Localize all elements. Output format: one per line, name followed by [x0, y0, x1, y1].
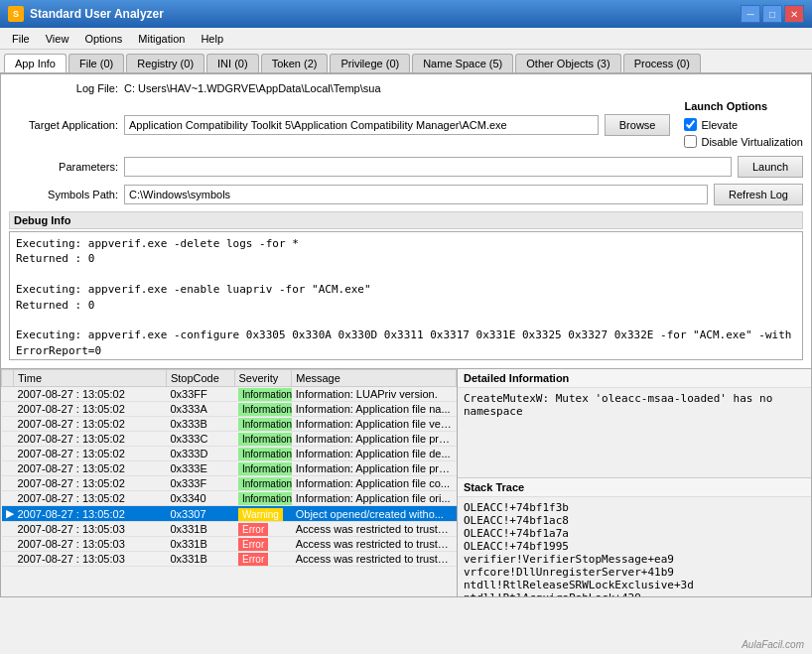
table-row[interactable]: 2007-08-27 : 13:05:030x331BErrorAccess w…: [2, 537, 457, 552]
stack-line: ntdll!RtlAcquirePebLock+429: [464, 591, 805, 596]
severity-badge: Information: [238, 388, 292, 401]
row-message: Access was restricted to truste...: [292, 537, 457, 552]
stack-line: OLEACC!+74bf1995: [464, 540, 805, 553]
row-time: 2007-08-27 : 13:05:02: [14, 387, 167, 402]
disable-virt-row: Disable Virtualization: [684, 135, 803, 148]
row-message: Access was restricted to truste...: [292, 522, 457, 537]
detailed-info-content: CreateMutexW: Mutex 'oleacc-msaa-loaded'…: [458, 388, 811, 477]
table-row[interactable]: 2007-08-27 : 13:05:020x333DInformationIn…: [2, 447, 457, 461]
stack-line: OLEACC!+74bf1a7a: [464, 527, 805, 540]
stack-trace-content[interactable]: OLEACC!+74bf1f3bOLEACC!+74bf1ac8OLEACC!+…: [458, 497, 811, 596]
row-severity: Error: [234, 552, 292, 567]
table-row[interactable]: ▶2007-08-27 : 13:05:020x3307WarningObjec…: [2, 506, 457, 522]
row-indicator: [2, 552, 14, 567]
menu-view[interactable]: View: [38, 31, 77, 47]
row-stopcode: 0x331B: [166, 552, 234, 567]
table-row[interactable]: 2007-08-27 : 13:05:020x333AInformationIn…: [2, 402, 457, 417]
table-row[interactable]: 2007-08-27 : 13:05:020x333CInformationIn…: [2, 432, 457, 447]
menu-help[interactable]: Help: [193, 31, 231, 47]
row-stopcode: 0x3340: [166, 491, 234, 506]
col-stopcode: StopCode: [166, 370, 234, 387]
debug-section: Debug Info Executing: appverif.exe -dele…: [9, 211, 803, 360]
row-indicator: [2, 417, 14, 432]
elevate-checkbox[interactable]: [684, 118, 697, 131]
menu-mitigation[interactable]: Mitigation: [130, 31, 193, 47]
menu-file[interactable]: File: [4, 31, 38, 47]
debug-line-2: Executing: appverif.exe -enable luapriv …: [16, 282, 796, 297]
tab-registry[interactable]: Registry (0): [126, 54, 204, 72]
row-message: Object opened/created witho...: [292, 506, 457, 522]
tab-file[interactable]: File (0): [68, 54, 124, 72]
row-severity: Information: [234, 432, 292, 447]
launch-options-title: Launch Options: [684, 100, 803, 112]
row-stopcode: 0x33FF: [166, 387, 234, 402]
app-window: S Standard User Analyzer ─ □ ✕ File View…: [0, 0, 812, 654]
table-row[interactable]: 2007-08-27 : 13:05:020x333BInformationIn…: [2, 417, 457, 432]
debug-line-3: Returned : 0: [16, 298, 796, 313]
table-wrapper[interactable]: Time StopCode Severity Message 2007-08-2…: [1, 369, 457, 596]
target-app-row: Target Application: Browse Launch Option…: [9, 100, 803, 150]
debug-title: Debug Info: [9, 211, 803, 229]
col-indicator: [2, 370, 14, 387]
row-message: Information: Application file ver...: [292, 417, 457, 432]
target-app-input[interactable]: [124, 115, 599, 135]
tab-namespace[interactable]: Name Space (5): [412, 54, 513, 72]
disable-virt-checkbox[interactable]: [684, 135, 697, 148]
severity-badge: Warning: [238, 508, 283, 521]
table-row[interactable]: 2007-08-27 : 13:05:020x333FInformationIn…: [2, 476, 457, 491]
tab-token[interactable]: Token (2): [261, 54, 329, 72]
refresh-log-button[interactable]: Refresh Log: [714, 184, 803, 205]
table-row[interactable]: 2007-08-27 : 13:05:020x333EInformationIn…: [2, 461, 457, 476]
watermark: AulaFacil.com: [742, 639, 804, 650]
severity-badge: Information: [238, 462, 292, 475]
row-message: Information: Application file pro...: [292, 461, 457, 476]
row-time: 2007-08-27 : 13:05:02: [14, 417, 167, 432]
log-table: Time StopCode Severity Message 2007-08-2…: [1, 369, 457, 567]
symbols-path-input[interactable]: [124, 185, 708, 204]
row-severity: Information: [234, 417, 292, 432]
parameters-input[interactable]: [124, 157, 732, 177]
row-stopcode: 0x333A: [166, 402, 234, 417]
debug-line-0: Executing: appverif.exe -delete logs -fo…: [16, 236, 796, 251]
maximize-button[interactable]: □: [762, 5, 782, 23]
minimize-button[interactable]: ─: [741, 5, 760, 23]
table-row[interactable]: 2007-08-27 : 13:05:030x331BErrorAccess w…: [2, 522, 457, 537]
row-severity: Information: [234, 476, 292, 491]
row-indicator: [2, 461, 14, 476]
tab-process[interactable]: Process (0): [623, 54, 701, 72]
app-icon: S: [8, 6, 24, 22]
row-time: 2007-08-27 : 13:05:03: [14, 552, 167, 567]
tab-ini[interactable]: INI (0): [206, 54, 259, 72]
tab-privilege[interactable]: Privilege (0): [330, 54, 410, 72]
bottom-section: Time StopCode Severity Message 2007-08-2…: [0, 369, 812, 597]
target-app-label: Target Application:: [9, 119, 118, 131]
launch-button[interactable]: Launch: [738, 156, 803, 178]
debug-output: Executing: appverif.exe -delete logs -fo…: [9, 231, 803, 360]
severity-badge: Information: [238, 492, 292, 505]
severity-badge: Information: [238, 418, 292, 431]
tab-app-info[interactable]: App Info: [4, 54, 67, 72]
severity-badge: Error: [238, 523, 268, 536]
col-time: Time: [14, 370, 167, 387]
log-file-value: C: Users\HAV~1.WDGRVE\AppData\Local\Temp…: [124, 82, 381, 94]
table-row[interactable]: 2007-08-27 : 13:05:030x331BErrorAccess w…: [2, 552, 457, 567]
close-button[interactable]: ✕: [784, 5, 804, 23]
row-time: 2007-08-27 : 13:05:02: [14, 402, 167, 417]
row-stopcode: 0x331B: [166, 537, 234, 552]
table-row[interactable]: 2007-08-27 : 13:05:020x3340InformationIn…: [2, 491, 457, 506]
browse-button[interactable]: Browse: [605, 114, 671, 136]
tab-other-objects[interactable]: Other Objects (3): [515, 54, 620, 72]
row-severity: Warning: [234, 506, 292, 522]
parameters-label: Parameters:: [9, 161, 118, 173]
severity-badge: Information: [238, 477, 292, 490]
table-row[interactable]: 2007-08-27 : 13:05:020x33FFInformationIn…: [2, 387, 457, 402]
tab-bar: App Info File (0) Registry (0) INI (0) T…: [0, 50, 812, 74]
stack-trace-title: Stack Trace: [458, 478, 811, 497]
log-file-row: Log File: C: Users\HAV~1.WDGRVE\AppData\…: [9, 82, 803, 94]
row-time: 2007-08-27 : 13:05:02: [14, 476, 167, 491]
right-panel: Detailed Information CreateMutexW: Mutex…: [458, 369, 811, 596]
menu-options[interactable]: Options: [76, 31, 130, 47]
col-severity: Severity: [234, 370, 292, 387]
severity-badge: Information: [238, 433, 292, 446]
row-severity: Error: [234, 537, 292, 552]
